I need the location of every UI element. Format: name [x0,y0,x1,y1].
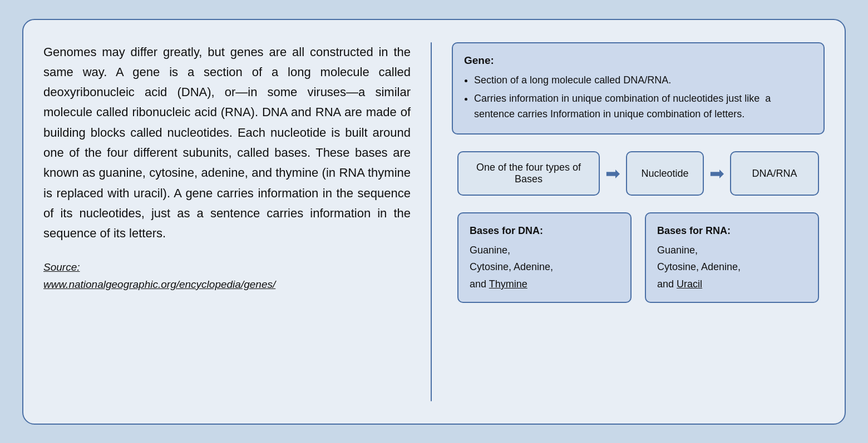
bases-dna-box: Bases for DNA: Guanine,Cytosine, Adenine… [457,212,632,302]
bases-rna-underline: Uracil [677,278,702,290]
source-url: www.nationalgeographic.org/encyclopedia/… [43,278,275,290]
left-column: Genomes may differ greatly, but genes ar… [43,42,411,401]
gene-box: Gene: Section of a long molecule called … [452,42,825,135]
bases-rna-title: Bases for RNA: [657,222,807,240]
bases-rna-content: Guanine,Cytosine, Adenine,and Uracil [657,245,741,290]
flow-arrow-1: ➡ [605,165,620,182]
bases-dna-content: Guanine,Cytosine, Adenine,and Thymine [470,245,553,290]
flow-box-nucleotide: Nucleotide [626,151,704,196]
main-card: Genomes may differ greatly, but genes ar… [22,19,846,425]
flow-box-dna-rna: DNA/RNA [730,151,819,196]
flow-box-bases: One of the four types of Bases [457,151,600,196]
right-column: Gene: Section of a long molecule called … [452,42,825,401]
source-text: Source: www.nationalgeographic.org/encyc… [43,259,411,293]
gene-bullet-2: Carries information in unique combinatio… [474,91,812,123]
source-label: Source: [43,261,80,273]
vertical-divider [431,42,432,401]
bases-dna-underline: Thymine [489,278,527,290]
gene-bullet-1: Section of a long molecule called DNA/RN… [474,72,812,88]
gene-title: Gene: [464,52,812,69]
flow-diagram: One of the four types of Bases ➡ Nucleot… [452,147,825,200]
gene-bullets-list: Section of a long molecule called DNA/RN… [464,72,812,122]
flow-arrow-2: ➡ [709,165,724,182]
bases-dna-title: Bases for DNA: [470,222,619,240]
bases-row: Bases for DNA: Guanine,Cytosine, Adenine… [452,212,825,302]
main-paragraph: Genomes may differ greatly, but genes ar… [43,42,411,244]
bases-rna-box: Bases for RNA: Guanine,Cytosine, Adenine… [645,212,819,302]
